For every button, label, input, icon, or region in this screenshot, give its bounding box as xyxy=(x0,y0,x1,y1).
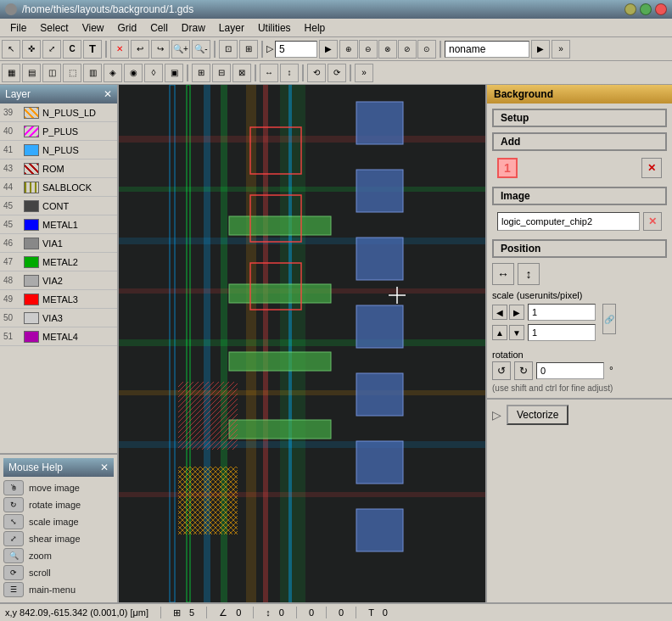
tb-more[interactable]: » xyxy=(552,40,570,59)
tb-zoom-in[interactable]: 🔍+ xyxy=(171,40,190,59)
tb-delete[interactable]: ✕ xyxy=(110,40,129,59)
layer-item[interactable]: 49 METAL3 xyxy=(0,290,117,309)
tb-r5[interactable]: ▥ xyxy=(83,64,102,82)
menu-select[interactable]: Select xyxy=(33,20,75,36)
tb-r8[interactable]: ◊ xyxy=(144,64,163,82)
tb-r9[interactable]: ▣ xyxy=(165,64,183,82)
menu-file[interactable]: File xyxy=(3,20,33,36)
menu-utilities[interactable]: Utilities xyxy=(251,20,298,36)
scale-link-icon[interactable]: 🔗 xyxy=(602,304,616,334)
tb-r13[interactable]: ↔ xyxy=(260,64,278,82)
vectorize-button[interactable]: Vectorize xyxy=(507,405,568,425)
tb-cell-open[interactable]: ▶ xyxy=(531,40,550,59)
tb-text[interactable]: T xyxy=(83,40,102,59)
scale-x-input[interactable] xyxy=(528,304,596,321)
layer-name: METAL3 xyxy=(42,294,78,305)
layer-item[interactable]: 41 N_PLUS xyxy=(0,141,117,159)
image-delete-button[interactable]: ✕ xyxy=(643,212,662,231)
tb-z3[interactable]: ⊗ xyxy=(378,40,397,59)
layer-item[interactable]: 44 SALBLOCK xyxy=(0,178,117,197)
tb-zoom-out[interactable]: 🔍- xyxy=(192,40,210,59)
toolbar-row-1: ↖ ✜ ⤢ C T ✕ ↩ ↪ 🔍+ 🔍- ⊡ ⊞ ▷ ▶ ⊕ ⊖ ⊗ ⊘ ⊙ … xyxy=(0,37,672,61)
tb-r4[interactable]: ⬚ xyxy=(63,64,81,82)
tb-z1[interactable]: ⊕ xyxy=(339,40,358,59)
tb-undo[interactable]: ↩ xyxy=(131,40,149,59)
tb-more2[interactable]: » xyxy=(355,64,373,82)
status-text-icon: T xyxy=(368,607,374,618)
tb-pointer[interactable]: ↖ xyxy=(2,40,20,59)
layer-item[interactable]: 47 METAL2 xyxy=(0,253,117,271)
image-filename-input[interactable] xyxy=(497,212,640,231)
scale-y-down[interactable]: ▼ xyxy=(509,325,524,340)
menu-layer[interactable]: Layer xyxy=(212,20,251,36)
rotate-cw-button[interactable]: ↻ xyxy=(514,361,533,380)
tb-redo[interactable]: ↪ xyxy=(151,40,170,59)
menu-view[interactable]: View xyxy=(76,20,111,36)
scale-label: scale (userunits/pixel) xyxy=(492,290,667,300)
rotation-input[interactable] xyxy=(536,362,604,379)
layer-item[interactable]: 45 METAL1 xyxy=(0,215,117,234)
tb-z5[interactable]: ⊙ xyxy=(417,40,436,59)
layer-item[interactable]: 46 VIA1 xyxy=(0,234,117,253)
tb-r7[interactable]: ◉ xyxy=(124,64,143,82)
status-snap2: 0 xyxy=(309,607,314,618)
layer-name: VIA1 xyxy=(42,238,63,249)
tb-r14[interactable]: ↕ xyxy=(280,64,299,82)
position-header: Position xyxy=(492,239,667,258)
scale-x-left[interactable]: ◀ xyxy=(492,305,507,320)
tb-r12[interactable]: ⊠ xyxy=(232,64,251,82)
menu-help[interactable]: Help xyxy=(298,20,333,36)
help-text: scroll xyxy=(29,568,51,578)
add-section: Add 1 ✕ xyxy=(492,132,667,182)
pos-arrow-2[interactable]: ↕ xyxy=(518,263,540,285)
layer-item[interactable]: 43 ROM xyxy=(0,159,117,178)
tb-zoom-apply[interactable]: ▶ xyxy=(319,40,338,59)
tb-zoom-box[interactable]: ⊞ xyxy=(239,40,258,59)
rotate-ccw-button[interactable]: ↺ xyxy=(492,361,511,380)
tb-zoom-fit[interactable]: ⊡ xyxy=(219,40,238,59)
tb-r15[interactable]: ⟲ xyxy=(307,64,326,82)
tb-r16[interactable]: ⟳ xyxy=(328,64,346,82)
layer-item[interactable]: 40 P_PLUS xyxy=(0,122,117,141)
tb-copy[interactable]: C xyxy=(63,40,81,59)
scale-y-up[interactable]: ▲ xyxy=(492,325,507,340)
svg-rect-14 xyxy=(119,390,485,395)
canvas-area[interactable] xyxy=(119,85,485,602)
tb-sep-5 xyxy=(187,64,188,81)
minimize-button[interactable] xyxy=(624,3,636,15)
tb-stretch[interactable]: ⤢ xyxy=(42,40,61,59)
tb-r6[interactable]: ◈ xyxy=(104,64,122,82)
add-delete-button[interactable]: ✕ xyxy=(641,158,662,178)
menu-grid[interactable]: Grid xyxy=(111,20,144,36)
layer-item[interactable]: 39 N_PLUS_LD xyxy=(0,104,117,122)
layer-item[interactable]: 48 VIA2 xyxy=(0,271,117,290)
maximize-button[interactable] xyxy=(640,3,652,15)
scale-y-input[interactable] xyxy=(528,324,596,341)
tb-r11[interactable]: ⊟ xyxy=(212,64,231,82)
tb-r1[interactable]: ▦ xyxy=(2,64,20,82)
layer-item[interactable]: 50 VIA3 xyxy=(0,309,117,327)
cell-input[interactable] xyxy=(445,41,529,58)
tb-r10[interactable]: ⊞ xyxy=(192,64,210,82)
layer-item[interactable]: 51 METAL4 xyxy=(0,327,117,346)
layer-close-icon[interactable]: ✕ xyxy=(104,88,112,100)
tb-z2[interactable]: ⊖ xyxy=(359,40,378,59)
scale-area: scale (userunits/pixel) ◀ ▶ ▲ xyxy=(492,290,667,344)
layer-item[interactable]: 45 CONT xyxy=(0,197,117,215)
close-button[interactable] xyxy=(655,3,667,15)
tb-move[interactable]: ✜ xyxy=(22,40,41,59)
tb-r3[interactable]: ◫ xyxy=(42,64,61,82)
titlebar: /home/thies/layouts/background/1.gds xyxy=(0,0,672,19)
scale-x-right[interactable]: ▶ xyxy=(509,305,524,320)
menu-cell[interactable]: Cell xyxy=(143,20,175,36)
status-sep-5 xyxy=(326,607,327,618)
help-icon: ☰ xyxy=(3,582,24,597)
pos-arrow-1[interactable]: ↔ xyxy=(492,263,514,285)
zoom-input[interactable] xyxy=(275,41,317,58)
mouse-help-close-icon[interactable]: ✕ xyxy=(100,462,109,473)
menu-draw[interactable]: Draw xyxy=(175,20,212,36)
layer-name: N_PLUS_LD xyxy=(42,108,96,118)
help-icon: ⟳ xyxy=(3,565,24,580)
tb-r2[interactable]: ▤ xyxy=(22,64,41,82)
tb-z4[interactable]: ⊘ xyxy=(398,40,417,59)
